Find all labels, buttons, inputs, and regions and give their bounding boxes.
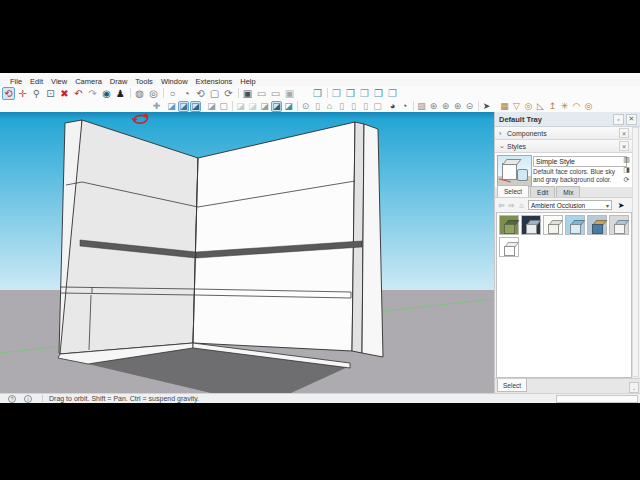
look-around-icon[interactable]: ◉: [100, 87, 113, 100]
style-thumb-cyan[interactable]: [565, 215, 585, 235]
group-icon[interactable]: ❐: [358, 87, 371, 100]
zoom-window-icon[interactable]: ⊡: [44, 87, 57, 100]
menu-edit[interactable]: Edit: [26, 77, 47, 86]
menu-view[interactable]: View: [47, 77, 71, 86]
style-cube-dark-icon[interactable]: ◪: [271, 101, 282, 112]
style-cube-pale1-icon[interactable]: ◪: [235, 101, 246, 112]
sandbox-add-detail-icon[interactable]: ↥: [547, 101, 558, 112]
tray-pin-icon[interactable]: ▫: [613, 114, 624, 125]
sandbox-smoove-icon[interactable]: ▽: [511, 101, 522, 112]
style-thumb-lineart[interactable]: [499, 237, 519, 257]
sandbox-dome-icon[interactable]: ◠: [571, 101, 582, 112]
close-section-icon[interactable]: ✕: [619, 141, 629, 151]
active-style-thumbnail[interactable]: [497, 155, 532, 187]
monochrome-icon[interactable]: ⟳: [222, 87, 235, 100]
sphere-style3-icon[interactable]: ⊛: [452, 101, 463, 112]
edit-component-icon[interactable]: ◔: [399, 101, 410, 112]
details-arrow-icon[interactable]: ➤: [616, 200, 626, 210]
pan-icon[interactable]: ✛: [16, 87, 29, 100]
explode-icon[interactable]: ❐: [386, 87, 399, 100]
shaded-icon[interactable]: ⟲: [194, 87, 207, 100]
select-cursor-icon[interactable]: ➤: [481, 101, 492, 112]
menu-file[interactable]: File: [6, 77, 26, 86]
refresh-style-icon[interactable]: ⟳: [622, 175, 631, 184]
make-component-icon[interactable]: ◕: [387, 101, 398, 112]
styles-section-header[interactable]: ⌄ Styles ✕: [495, 140, 633, 153]
textured-icon[interactable]: ▢: [208, 87, 221, 100]
style-cube-shaded-icon[interactable]: ◪: [178, 101, 189, 112]
ungroup-icon[interactable]: ❐: [372, 87, 385, 100]
sandbox-drape-icon[interactable]: ◺: [535, 101, 546, 112]
forward-arrow-icon[interactable]: ⇨: [507, 201, 516, 210]
next-view-icon[interactable]: ↷: [86, 87, 99, 100]
window-icon[interactable]: ▭: [255, 87, 268, 100]
shadows-icon[interactable]: ⊙: [300, 101, 311, 112]
walk-icon[interactable]: ♟: [114, 87, 127, 100]
back-arrow-icon[interactable]: ⇦: [497, 201, 506, 210]
wireframe-icon[interactable]: ○: [166, 87, 179, 100]
instructor-info-icon[interactable]: i: [24, 395, 32, 403]
style-cube-textured-icon[interactable]: ◪: [190, 101, 201, 112]
tab-edit[interactable]: Edit: [530, 186, 555, 197]
tab-mix[interactable]: Mix: [556, 186, 580, 197]
style-thumb-green[interactable]: [499, 215, 519, 235]
view-back-icon[interactable]: ▢: [372, 101, 383, 112]
measurements-box[interactable]: [556, 395, 638, 403]
close-section-icon[interactable]: ✕: [619, 128, 629, 138]
style-thumb-gray[interactable]: [609, 215, 629, 235]
style-cube-olive-icon[interactable]: ◪: [259, 101, 270, 112]
view-front-icon[interactable]: ▯: [348, 101, 359, 112]
right-wall-face[interactable]: [193, 122, 355, 351]
sphere-slice-icon[interactable]: ⊝: [464, 101, 475, 112]
menu-window[interactable]: Window: [157, 77, 192, 86]
style-cube-teal-icon[interactable]: ◪: [283, 101, 294, 112]
components-section-header[interactable]: › Components ✕: [495, 127, 633, 140]
style-cube-pale2-icon[interactable]: ◪: [247, 101, 258, 112]
paint-style-icon[interactable]: ◨: [622, 165, 631, 174]
copy-icon[interactable]: ❐: [311, 87, 324, 100]
previous-view-icon[interactable]: ↶: [72, 87, 85, 100]
tray-bottom-tab-select[interactable]: Select: [497, 379, 527, 392]
zoom-icon[interactable]: ⚲: [30, 87, 43, 100]
scene-image-icon[interactable]: ▣: [241, 87, 254, 100]
viewport-3d[interactable]: [0, 112, 494, 393]
menu-draw[interactable]: Draw: [106, 77, 132, 86]
sandbox-flip-edge-icon[interactable]: ✳: [559, 101, 570, 112]
sandbox-donut-icon[interactable]: ◎: [583, 101, 594, 112]
xray-icon[interactable]: ◍: [133, 87, 146, 100]
lock-icon[interactable]: ▣: [283, 87, 296, 100]
menu-help[interactable]: Help: [236, 77, 259, 86]
menu-camera[interactable]: Camera: [71, 77, 106, 86]
menu-extensions[interactable]: Extensions: [192, 77, 237, 86]
home-view-icon[interactable]: ⌂: [324, 101, 335, 112]
tray-close-icon[interactable]: ✕: [626, 114, 637, 125]
section-fill-icon[interactable]: ▨: [416, 101, 427, 112]
zoom-extents-icon[interactable]: ✖: [58, 87, 71, 100]
view-side-icon[interactable]: ▯: [360, 101, 371, 112]
style-name-field[interactable]: Simple Style: [533, 156, 627, 167]
sphere-style2-icon[interactable]: ⊛: [440, 101, 451, 112]
section-plane-icon[interactable]: ▯: [312, 101, 323, 112]
style-thumb-blue-tan[interactable]: [587, 215, 607, 235]
tab-select[interactable]: Select: [497, 185, 529, 197]
style-cube-blue-icon[interactable]: ◪: [166, 101, 177, 112]
paste-icon[interactable]: ❐: [330, 87, 343, 100]
sphere-style1-icon[interactable]: ⊛: [428, 101, 439, 112]
style-cube-gray-icon[interactable]: ◪: [206, 101, 217, 112]
expand-arrow-icon[interactable]: ›: [499, 130, 507, 137]
component-icon[interactable]: ❐: [344, 87, 357, 100]
collapse-arrow-icon[interactable]: ⌄: [499, 142, 507, 150]
window2-icon[interactable]: ▭: [269, 87, 282, 100]
in-model-icon[interactable]: ⌂: [517, 201, 526, 210]
secondary-pane-icon[interactable]: ▥: [622, 155, 631, 164]
orbit-icon[interactable]: ⟲: [2, 87, 15, 100]
tray-expand-icon[interactable]: ⌄: [629, 382, 639, 393]
style-thumb-sketchy[interactable]: [543, 215, 563, 235]
menu-tools[interactable]: Tools: [131, 77, 157, 86]
back-edges-icon[interactable]: ◎: [147, 87, 160, 100]
view-top-icon[interactable]: ▯: [336, 101, 347, 112]
style-thumb-dark[interactable]: [521, 215, 541, 235]
left-wall-face[interactable]: [60, 120, 198, 354]
sandbox-from-contours-icon[interactable]: ▦: [499, 101, 510, 112]
geolocate-help-icon[interactable]: ?: [8, 395, 16, 403]
